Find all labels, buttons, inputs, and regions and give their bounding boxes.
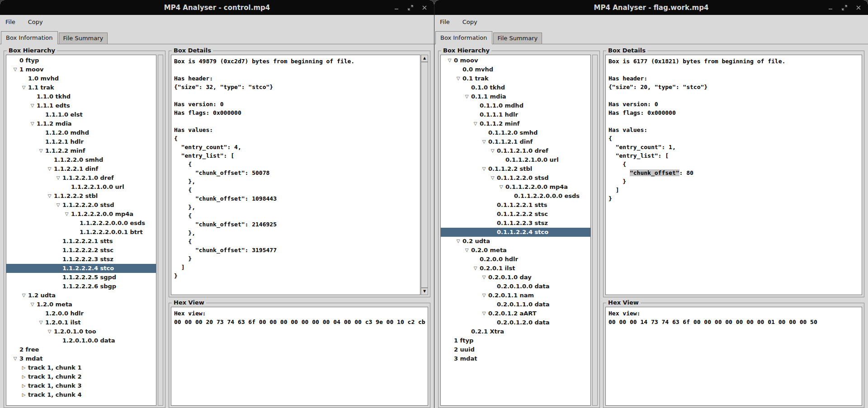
tab-file-summary[interactable]: File Summary <box>59 33 108 44</box>
restore-button[interactable] <box>840 4 849 12</box>
hex-view-text[interactable]: Hex view: 00 00 00 20 73 74 63 6f 00 00 … <box>171 307 428 406</box>
expander-open-icon[interactable]: ▽ <box>45 164 54 174</box>
tree-item-1-2-0-1-ilst[interactable]: ▽1.2.0.1 ilst <box>6 318 156 327</box>
expander-open-icon[interactable]: ▽ <box>19 83 28 92</box>
expander-open-icon[interactable]: ▽ <box>454 237 462 246</box>
tree-item-2-free[interactable]: 2 free <box>6 345 156 354</box>
tree-item-0-1-1-2-2-1-stts[interactable]: 0.1.1.2.2.1 stts <box>441 201 590 210</box>
tree-item-1-1-2-1-hdlr[interactable]: 1.1.2.1 hdlr <box>6 137 156 146</box>
tree-item-0-moov[interactable]: ▽0 moov <box>441 56 590 65</box>
scrollbar-track[interactable] <box>421 62 428 288</box>
tab-box-information[interactable]: Box Information <box>435 31 492 44</box>
tree-item-track-1-chunk-4[interactable]: ▷track 1, chunk 4 <box>6 390 156 399</box>
details-scrollbar[interactable]: ▲ ▼ <box>421 55 428 295</box>
tree-item-0-2-0-1-ilst[interactable]: ▽0.2.0.1 ilst <box>441 264 590 273</box>
tree-item-0-2-0-1-2-0-data[interactable]: 0.2.0.1.2.0 data <box>441 318 590 327</box>
tree-item-1-1-trak[interactable]: ▽1.1 trak <box>6 83 156 92</box>
hex-view-text[interactable]: Hex view: 00 00 00 14 73 74 63 6f 00 00 … <box>605 307 862 406</box>
expander-open-icon[interactable]: ▽ <box>445 56 454 65</box>
tree-item-1-ftyp[interactable]: 1 ftyp <box>441 336 590 345</box>
tree-item-1-1-2-2-2-0-0-0-esds[interactable]: 1.1.2.2.2.0.0.0 esds <box>6 219 156 228</box>
tree-item-1-1-2-2-2-stbl[interactable]: ▽1.1.2.2.2 stbl <box>6 192 156 201</box>
tab-box-information[interactable]: Box Information <box>1 31 58 44</box>
tree-item-1-1-2-2-minf[interactable]: ▽1.1.2.2 minf <box>6 146 156 155</box>
box-details-text[interactable]: Box is 49879 (0xc2d7) bytes from beginni… <box>171 55 420 295</box>
tree-item-track-1-chunk-3[interactable]: ▷track 1, chunk 3 <box>6 381 156 390</box>
expander-open-icon[interactable]: ▽ <box>480 137 488 146</box>
minimize-button[interactable] <box>392 4 401 12</box>
tree-item-2-uuid[interactable]: 2 uuid <box>441 345 590 354</box>
tree-item-1-2-0-meta[interactable]: ▽1.2.0 meta <box>6 300 156 309</box>
tree-scrollbar[interactable] <box>158 55 163 406</box>
tree-item-1-1-2-2-2-1-stts[interactable]: 1.1.2.2.2.1 stts <box>6 237 156 246</box>
tree-item-3-mdat[interactable]: ▽3 mdat <box>6 354 156 363</box>
tree-item-1-2-0-1-0-too[interactable]: ▽1.2.0.1.0 too <box>6 327 156 336</box>
box-hierarchy-tree[interactable]: 0 ftyp▽1 moov1.0 mvhd▽1.1 trak1.1.0 tkhd… <box>6 55 156 406</box>
expander-open-icon[interactable]: ▽ <box>37 318 45 327</box>
tree-item-0-1-1-2-2-4-stco[interactable]: 0.1.1.2.2.4 stco <box>441 228 590 237</box>
tree-item-1-1-2-2-2-0-stsd[interactable]: ▽1.1.2.2.2.0 stsd <box>6 201 156 210</box>
expander-open-icon[interactable]: ▽ <box>497 183 505 192</box>
tree-item-0-0-mvhd[interactable]: 0.0 mvhd <box>441 65 590 74</box>
tree-item-0-1-1-2-2-0-stsd[interactable]: ▽0.1.1.2.2.0 stsd <box>441 174 590 183</box>
menu-copy[interactable]: Copy <box>27 18 44 26</box>
expander-open-icon[interactable]: ▽ <box>480 273 488 282</box>
expander-open-icon[interactable]: ▽ <box>471 264 480 273</box>
menu-file[interactable]: File <box>439 18 451 26</box>
tree-item-1-1-2-2-2-5-sgpd[interactable]: 1.1.2.2.2.5 sgpd <box>6 273 156 282</box>
titlebar[interactable]: MP4 Analyser - control.mp4 <box>0 0 434 15</box>
expander-open-icon[interactable]: ▽ <box>480 309 488 318</box>
tree-item-1-1-2-2-2-0-0-mp4a[interactable]: ▽1.1.2.2.2.0.0 mp4a <box>6 210 156 219</box>
tree-item-track-1-chunk-2[interactable]: ▷track 1, chunk 2 <box>6 372 156 381</box>
expander-open-icon[interactable]: ▽ <box>488 146 497 155</box>
tree-item-0-1-1-2-1-0-0-url[interactable]: 0.1.1.2.1.0.0 url <box>441 155 590 164</box>
tree-item-0-2-0-0-hdlr[interactable]: 0.2.0.0 hdlr <box>441 255 590 264</box>
tree-item-0-2-0-1-0-0-data[interactable]: 0.2.0.1.0.0 data <box>441 282 590 291</box>
scroll-up-button[interactable]: ▲ <box>421 55 428 62</box>
tree-item-1-2-0-0-hdlr[interactable]: 1.2.0.0 hdlr <box>6 309 156 318</box>
tree-item-1-1-1-0-elst[interactable]: 1.1.1.0 elst <box>6 110 156 119</box>
titlebar[interactable]: MP4 Analyser - flag.work.mp4 <box>434 0 868 15</box>
expander-open-icon[interactable]: ▽ <box>480 164 488 174</box>
expander-open-icon[interactable]: ▽ <box>462 92 471 101</box>
tree-item-0-2-0-1-2-aart[interactable]: ▽0.2.0.1.2 aART <box>441 309 590 318</box>
expander-open-icon[interactable]: ▽ <box>462 246 471 255</box>
close-button[interactable] <box>854 4 863 12</box>
tree-item-0-1-1-0-mdhd[interactable]: 0.1.1.0 mdhd <box>441 101 590 110</box>
expander-closed-icon[interactable]: ▷ <box>19 363 28 372</box>
tree-item-1-1-1-edts[interactable]: ▽1.1.1 edts <box>6 101 156 110</box>
expander-open-icon[interactable]: ▽ <box>45 192 54 201</box>
tree-item-1-1-2-2-1-dinf[interactable]: ▽1.1.2.2.1 dinf <box>6 164 156 174</box>
box-hierarchy-tree[interactable]: ▽0 moov0.0 mvhd▽0.1 trak0.1.0 tkhd▽0.1.1… <box>440 55 591 406</box>
tree-item-1-1-2-2-2-4-stco[interactable]: 1.1.2.2.2.4 stco <box>6 264 156 273</box>
tree-item-1-1-2-2-1-0-0-url[interactable]: 1.1.2.2.1.0.0 url <box>6 183 156 192</box>
expander-closed-icon[interactable]: ▷ <box>19 372 28 381</box>
tree-item-0-1-1-2-1-0-dref[interactable]: ▽0.1.1.2.1.0 dref <box>441 146 590 155</box>
tree-item-1-1-2-2-1-0-dref[interactable]: ▽1.1.2.2.1.0 dref <box>6 174 156 183</box>
tree-item-0-1-1-2-minf[interactable]: ▽0.1.1.2 minf <box>441 119 590 128</box>
tree-item-1-1-2-2-2-0-0-1-btrt[interactable]: 1.1.2.2.2.0.0.1 btrt <box>6 228 156 237</box>
tree-item-1-1-2-2-2-3-stsz[interactable]: 1.1.2.2.2.3 stsz <box>6 255 156 264</box>
expander-open-icon[interactable]: ▽ <box>62 210 71 219</box>
scroll-down-button[interactable]: ▼ <box>421 288 428 295</box>
expander-open-icon[interactable]: ▽ <box>37 146 45 155</box>
tree-item-0-1-1-2-2-0-0-mp4a[interactable]: ▽0.1.1.2.2.0.0 mp4a <box>441 183 590 192</box>
tree-item-1-1-2-0-mdhd[interactable]: 1.1.2.0 mdhd <box>6 128 156 137</box>
restore-button[interactable] <box>406 4 415 12</box>
minimize-button[interactable] <box>826 4 835 12</box>
tree-item-1-1-2-2-2-2-stsc[interactable]: 1.1.2.2.2.2 stsc <box>6 246 156 255</box>
tree-item-0-1-1-2-1-dinf[interactable]: ▽0.1.1.2.1 dinf <box>441 137 590 146</box>
tree-item-1-0-mvhd[interactable]: 1.0 mvhd <box>6 74 156 83</box>
tree-item-0-1-trak[interactable]: ▽0.1 trak <box>441 74 590 83</box>
tree-item-1-2-0-1-0-0-data[interactable]: 1.2.0.1.0.0 data <box>6 336 156 345</box>
scrollbar-thumb[interactable] <box>421 62 428 288</box>
tree-item-1-1-2-mdia[interactable]: ▽1.1.2 mdia <box>6 119 156 128</box>
expander-closed-icon[interactable]: ▷ <box>19 381 28 390</box>
tree-item-1-moov[interactable]: ▽1 moov <box>6 65 156 74</box>
expander-open-icon[interactable]: ▽ <box>471 119 480 128</box>
box-details-text[interactable]: Box is 6177 (0x1821) bytes from beginnin… <box>605 55 862 295</box>
menu-file[interactable]: File <box>5 18 16 26</box>
tab-file-summary[interactable]: File Summary <box>493 33 542 44</box>
expander-open-icon[interactable]: ▽ <box>11 65 19 74</box>
expander-open-icon[interactable]: ▽ <box>54 174 62 183</box>
